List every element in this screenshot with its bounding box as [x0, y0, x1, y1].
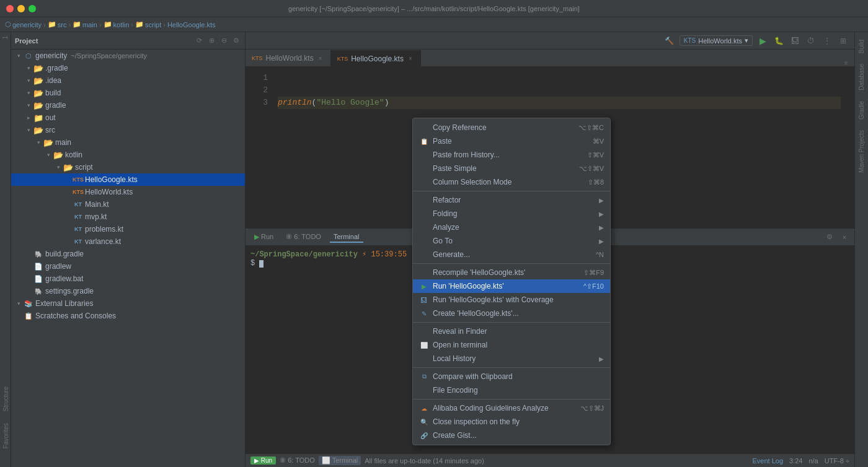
tab-hellogoogle[interactable]: KTS HelloGoogle.kts ×	[331, 50, 421, 66]
ctx-run[interactable]: ▶ Run 'HelloGoogle.kts' ^⇧F10	[413, 279, 610, 293]
close-button[interactable]	[6, 5, 14, 12]
breadcrumb-script[interactable]: 📁 script	[135, 20, 161, 28]
tree-item-kotlin[interactable]: ▾ 📂 kotlin	[11, 149, 245, 161]
ctx-paste-history[interactable]: Paste from History... ⇧⌘V	[413, 148, 610, 162]
tree-item-src[interactable]: ▾ 📂 src	[11, 124, 245, 136]
ctx-analyze[interactable]: Analyze ▶	[413, 220, 610, 234]
ctx-folding[interactable]: Folding ▶	[413, 207, 610, 220]
run-icon[interactable]: ▶	[756, 35, 769, 47]
sync-icon[interactable]: ⟳	[194, 36, 204, 46]
minimize-button[interactable]	[17, 5, 25, 12]
libs-icon: 📚	[24, 299, 33, 308]
ctx-refactor[interactable]: Refactor ▶	[413, 193, 610, 207]
tree-item-genericity[interactable]: ▾ ⬡ genericity ~/SpringSpace/genericity	[11, 50, 245, 62]
scroll-tabs-icon[interactable]: ≡	[844, 59, 854, 66]
tree-item-out[interactable]: ▸ 📁 out	[11, 111, 245, 124]
right-panel-maven[interactable]: Maven Projects	[857, 125, 866, 178]
right-panel-gradle[interactable]: Gradle	[857, 96, 866, 124]
tree-item-build-gradle[interactable]: 🐘 build.gradle	[11, 248, 245, 260]
tab-terminal[interactable]: Terminal	[330, 232, 363, 243]
tree-item-build[interactable]: ▾ 📂 build	[11, 87, 245, 99]
ctx-recompile[interactable]: Recompile 'HelloGoogle.kts' ⇧⌘F9	[413, 266, 610, 279]
profile-icon[interactable]: ⏱	[805, 35, 817, 47]
collapse-icon[interactable]: ⊖	[219, 36, 229, 46]
ctx-divider-3	[413, 322, 610, 323]
kt-file-icon: KT	[73, 212, 83, 222]
tree-item-script[interactable]: ▾ 📂 script	[11, 161, 245, 173]
breadcrumb-kotlin[interactable]: 📁 kotlin	[104, 20, 130, 28]
tree-item-hellogoogle[interactable]: KTS HelloGoogle.kts	[11, 173, 245, 186]
left-panel-structure[interactable]: Structure	[1, 382, 11, 417]
left-panel-favorites[interactable]: Favorites	[1, 418, 11, 453]
breadcrumb-file[interactable]: HelloGoogle.kts	[167, 21, 216, 28]
folder-icon: 📂	[33, 100, 43, 110]
layout-icon[interactable]: ⊞	[837, 35, 849, 47]
editor-tab-bar: KTS HelloWorld.kts × KTS HelloGoogle.kts…	[246, 50, 854, 67]
tree-item-mvp[interactable]: KT mvp.kt	[11, 211, 245, 223]
ctx-generate[interactable]: Generate... ^N	[413, 248, 610, 261]
ctx-reveal-finder[interactable]: Reveal in Finder	[413, 325, 610, 338]
tab-helloworld[interactable]: KTS HelloWorld.kts ×	[246, 50, 331, 66]
ctx-close-inspection[interactable]: 🔍 Close inspection on the fly	[413, 415, 610, 429]
ctx-paste-simple[interactable]: Paste Simple ⌥⇧⌘V	[413, 162, 610, 175]
terminal-button[interactable]: ⬜ Terminal	[319, 456, 361, 465]
tree-item-gradlew-bat[interactable]: 📄 gradlew.bat	[11, 273, 245, 285]
tree-item-gradlew[interactable]: 📄 gradlew	[11, 260, 245, 273]
scratch-icon: 📋	[24, 311, 33, 321]
tree-item-problems[interactable]: KT problems.kt	[11, 223, 245, 235]
tree-item-settings-gradle[interactable]: 🐘 settings.gradle	[11, 285, 245, 297]
project-panel: Project ⟳ ⊕ ⊖ ⚙ ▾ ⬡ genericity ~/SpringS…	[11, 32, 246, 467]
todo-button[interactable]: ⑧ 6: TODO	[280, 456, 315, 465]
create-config-icon: ✎	[419, 308, 429, 318]
ctx-compare-clipboard[interactable]: ⧉ Compare with Clipboard	[413, 370, 610, 383]
ctx-open-terminal[interactable]: ⬜ Open in terminal	[413, 338, 610, 352]
ctx-run-coverage[interactable]: ⛾ Run 'HelloGoogle.kts' with Coverage	[413, 293, 610, 307]
tab-close-helloworld[interactable]: ×	[317, 55, 324, 62]
ctx-alibaba[interactable]: ☁ Alibaba Coding Guidelines Analyze ⌥⇧⌘J	[413, 401, 610, 415]
editor-scrollbar[interactable]	[848, 67, 854, 228]
inspection-icon: 🔍	[419, 417, 429, 427]
project-root-icon: ⬡	[24, 51, 33, 61]
tab-run[interactable]: ▶ Run	[250, 232, 277, 242]
tree-item-main[interactable]: ▾ 📂 main	[11, 136, 245, 149]
debug-icon[interactable]: 🐛	[773, 35, 785, 47]
breadcrumb-src[interactable]: 📁 src	[48, 20, 67, 28]
tree-item-varlance[interactable]: KT varlance.kt	[11, 235, 245, 248]
tree-item-scratches[interactable]: 📋 Scratches and Consoles	[11, 310, 245, 322]
status-right: Event Log 3:24 n/a UTF-8 ÷	[752, 457, 849, 465]
expand-icon[interactable]: ⊕	[206, 36, 216, 46]
ctx-paste[interactable]: 📋 Paste ⌘V	[413, 134, 610, 148]
more-tools-icon[interactable]: ⋮	[821, 35, 833, 47]
tab-close-hellogoogle[interactable]: ×	[407, 55, 414, 62]
breadcrumb-genericity[interactable]: ⬡ genericity	[5, 20, 42, 28]
ctx-column-selection[interactable]: Column Selection Mode ⇧⌘8	[413, 175, 610, 189]
ctx-create-config[interactable]: ✎ Create 'HelloGoogle.kts'...	[413, 307, 610, 320]
tree-item-idea[interactable]: ▾ 📂 .idea	[11, 74, 245, 87]
ctx-goto[interactable]: Go To ▶	[413, 234, 610, 248]
tab-todo[interactable]: ⑧ 6: TODO	[282, 232, 325, 242]
context-menu: Copy Reference ⌥⇧⌘C 📋 Paste ⌘V Paste fro…	[412, 118, 611, 445]
right-panel-database[interactable]: Database	[857, 59, 866, 95]
ctx-copy-reference[interactable]: Copy Reference ⌥⇧⌘C	[413, 121, 610, 134]
tree-item-gradle[interactable]: ▾ 📂 gradle	[11, 99, 245, 111]
right-panel-build[interactable]: Build	[857, 35, 866, 58]
tree-item-gradle-hidden[interactable]: ▾ 📂 .gradle	[11, 62, 245, 74]
terminal-close-icon[interactable]: ×	[839, 232, 849, 242]
coverage-icon[interactable]: ⛾	[789, 35, 801, 47]
breadcrumb-main[interactable]: 📁 main	[73, 20, 97, 28]
terminal-settings-icon[interactable]: ⚙	[825, 232, 835, 242]
tree-item-helloworld[interactable]: KTS HelloWorld.kts	[11, 186, 245, 198]
tree-item-mainkt[interactable]: KT Main.kt	[11, 198, 245, 211]
ctx-local-history[interactable]: Local History ▶	[413, 352, 610, 365]
status-encoding[interactable]: UTF-8 ÷	[825, 457, 849, 465]
build-icon[interactable]: 🔨	[663, 35, 676, 47]
status-na: n/a	[808, 457, 818, 465]
maximize-button[interactable]	[29, 5, 36, 12]
ctx-create-gist[interactable]: 🔗 Create Gist...	[413, 429, 610, 442]
settings-icon[interactable]: ⚙	[231, 36, 241, 46]
run-button[interactable]: ▶ Run	[250, 456, 276, 465]
run-config-dropdown[interactable]: KTS HelloWorld.kts ▾	[680, 35, 753, 46]
ctx-file-encoding[interactable]: File Encoding	[413, 383, 610, 397]
tree-item-external-libs[interactable]: ▾ 📚 External Libraries	[11, 297, 245, 310]
event-log-link[interactable]: Event Log	[752, 457, 783, 465]
